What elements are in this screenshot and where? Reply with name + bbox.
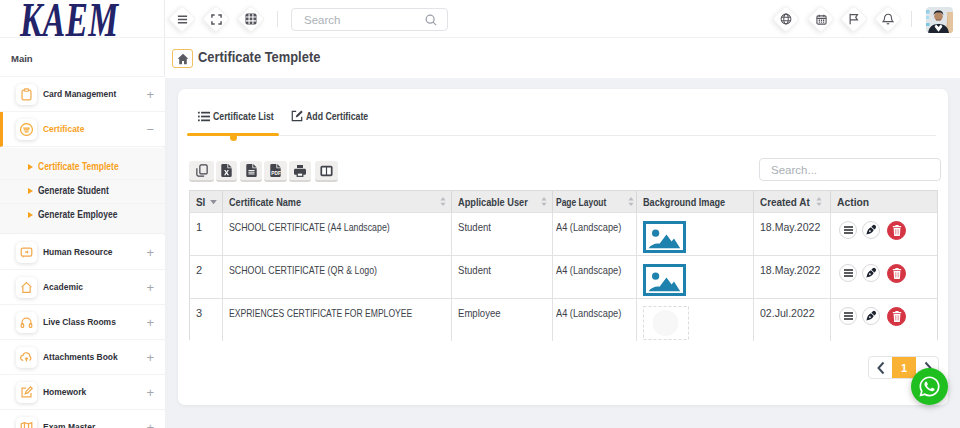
- svg-text:PDF: PDF: [271, 171, 281, 176]
